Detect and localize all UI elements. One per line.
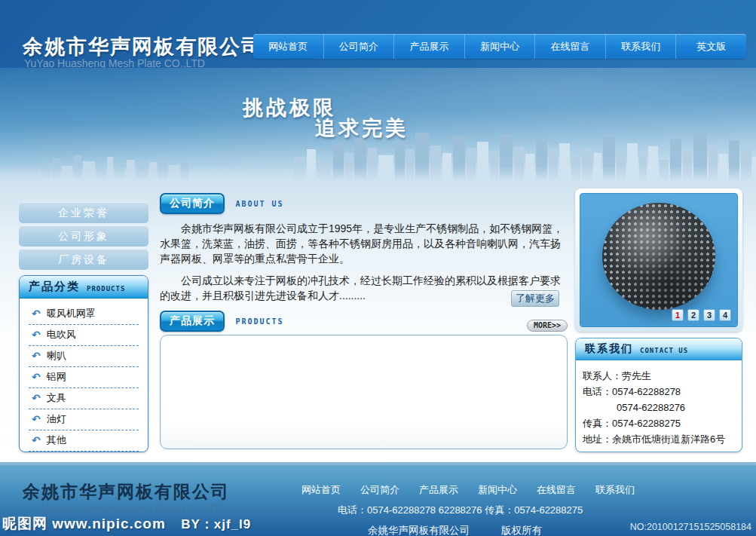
curved-arrow-icon: ↶ — [32, 329, 41, 340]
banner: 挑战极限 追求完美 — [0, 68, 756, 181]
products-section: 产品展示 PRODUCTS MORE>> — [160, 311, 569, 449]
learn-more-button[interactable]: 了解更多 — [511, 290, 559, 307]
nav-item-3[interactable]: 产品展示 — [394, 34, 465, 59]
products-more-button[interactable]: MORE>> — [527, 320, 568, 332]
gallery-page-2[interactable]: 2 — [687, 309, 699, 321]
about-paragraph-2: 公司成立以来专注于网板的冲孔技术，经过长期工作经验的累积以及根据客户要求的改进，… — [160, 273, 567, 303]
about-section-header: 公司简介 ABOUT US — [160, 193, 569, 214]
skyline-fade — [0, 166, 756, 181]
products-section-subtitle: PRODUCTS — [235, 317, 283, 326]
category-item-2[interactable]: ↶电吹风 — [29, 325, 139, 346]
sidebar-button-3[interactable]: 厂房设备 — [19, 249, 148, 270]
curved-arrow-icon: ↶ — [32, 414, 41, 424]
product-categories-subtitle: PRODUCTS — [87, 282, 125, 293]
category-label: 铝网 — [47, 370, 66, 384]
footer-company-name-en: YuYao Huasheng Mesh Plate CO.,LTD — [42, 503, 223, 515]
about-paragraph-1: 余姚市华声网板有限公司成立于1995年，是专业生产不锈钢制品，如不锈钢网篮，水果… — [160, 221, 567, 266]
page: 余姚市华声网板有限公司 YuYao Huasheng Mesh Plate CO… — [0, 0, 756, 536]
contact-line-3: 0574-62288276 — [583, 400, 737, 415]
company-name: 余姚市华声网板有限公司 — [23, 33, 263, 60]
sidebar-buttons: 企业荣誉公司形象厂房设备 — [19, 202, 148, 270]
contact-subtitle: CONTACT US — [640, 344, 688, 354]
main-nav: 网站首页公司简介产品展示新闻中心在线留言联系我们英文版 — [253, 34, 746, 59]
category-item-1[interactable]: ↶暖风机网罩 — [29, 304, 139, 325]
watermark: 昵图网 www.nipic.com BY：xjf_l9 — [2, 514, 251, 534]
curved-arrow-icon: ↶ — [32, 435, 41, 446]
gallery-page-3[interactable]: 3 — [703, 309, 715, 321]
gallery-page-4[interactable]: 4 — [719, 309, 731, 321]
contact-title: 联系我们 — [585, 342, 633, 356]
category-label: 油灯 — [47, 412, 66, 426]
about-section-subtitle: ABOUT US — [235, 200, 283, 208]
category-item-3[interactable]: ↶喇叭 — [29, 346, 139, 367]
product-categories-list: ↶暖风机网罩↶电吹风↶喇叭↶铝网↶文具↶油灯↶其他 — [20, 299, 148, 452]
footer-info: 网站首页公司简介产品展示新闻中心在线留言联系我们 电话：0574-6228827… — [301, 483, 635, 536]
contact-card: 联系我们 CONTACT US 联系人：劳先生电话：0574-622882780… — [575, 338, 742, 452]
footer-nav-item-5[interactable]: 在线留言 — [537, 483, 576, 497]
about-section: 公司简介 ABOUT US 余姚市华声网板有限公司成立于1995年，是专业生产不… — [160, 193, 569, 303]
contact-line-4: 传真：0574-62288275 — [583, 415, 737, 431]
sidebar-button-1[interactable]: 企业荣誉 — [19, 202, 148, 223]
about-section-button[interactable]: 公司简介 — [160, 193, 225, 214]
footer-nav-item-1[interactable]: 网站首页 — [301, 483, 341, 497]
nav-item-6[interactable]: 联系我们 — [606, 34, 677, 59]
slogan-line-2: 追求完美 — [315, 115, 409, 142]
header: 余姚市华声网板有限公司 YuYao Huasheng Mesh Plate CO… — [0, 0, 756, 68]
products-section-button[interactable]: 产品展示 — [160, 311, 225, 332]
category-label: 其他 — [47, 433, 66, 447]
curved-arrow-icon: ↶ — [32, 308, 41, 319]
right-column: 1234 联系我们 CONTACT US 联系人：劳先生电话：0574-6228… — [575, 188, 742, 452]
category-label: 喇叭 — [47, 349, 66, 363]
footer-copyright: 余姚华声网板有限公司版权所有 — [368, 524, 635, 536]
footer-copyright-company: 余姚华声网板有限公司 — [368, 525, 470, 536]
nav-item-2[interactable]: 公司简介 — [324, 34, 395, 59]
category-item-6[interactable]: ↶油灯 — [29, 409, 139, 430]
footer-copyright-label: 版权所有 — [501, 525, 542, 536]
category-label: 暖风机网罩 — [47, 307, 96, 320]
watermark-credit: BY：xjf_l9 — [181, 517, 251, 531]
footer-phone-line: 电话：0574-62288278 62288276 传真：0574-622882… — [338, 504, 635, 517]
nav-item-7[interactable]: 英文版 — [676, 34, 746, 59]
category-label: 电吹风 — [47, 328, 76, 342]
footer-nav-item-4[interactable]: 新闻中心 — [478, 483, 517, 497]
gallery-page-1[interactable]: 1 — [672, 309, 684, 321]
products-display-box — [160, 335, 568, 449]
nav-item-4[interactable]: 新闻中心 — [465, 34, 536, 59]
contact-line-2: 电话：0574-62288278 — [583, 384, 737, 400]
nav-item-1[interactable]: 网站首页 — [253, 34, 324, 59]
product-categories-title: 产品分类 — [29, 280, 80, 294]
category-item-4[interactable]: ↶铝网 — [29, 367, 139, 388]
watermark-site: 昵图网 www.nipic.com — [2, 516, 166, 531]
sidebar: 企业荣誉公司形象厂房设备 产品分类 PRODUCTS ↶暖风机网罩↶电吹风↶喇叭… — [19, 202, 148, 452]
product-categories-header: 产品分类 PRODUCTS — [20, 276, 148, 299]
footer-nav: 网站首页公司简介产品展示新闻中心在线留言联系我们 — [301, 483, 635, 497]
gallery-pagination: 1234 — [672, 309, 731, 321]
contact-details: 联系人：劳先生电话：0574-622882780574-62288276传真：0… — [576, 360, 742, 447]
product-gallery-viewport: 1234 — [580, 193, 738, 327]
footer-nav-item-6[interactable]: 联系我们 — [595, 483, 635, 497]
footer-nav-item-3[interactable]: 产品展示 — [419, 483, 458, 497]
speaker-mesh-product-photo — [602, 203, 715, 310]
product-gallery-card: 1234 — [575, 188, 742, 332]
curved-arrow-icon: ↶ — [32, 393, 41, 403]
contact-card-header: 联系我们 CONTACT US — [576, 338, 742, 360]
product-categories-box: 产品分类 PRODUCTS ↶暖风机网罩↶电吹风↶喇叭↶铝网↶文具↶油灯↶其他 — [19, 275, 148, 452]
footer-serial-number: NO:20100127151525058184 — [630, 522, 751, 532]
category-item-7[interactable]: ↶其他 — [29, 430, 139, 452]
curved-arrow-icon: ↶ — [32, 372, 41, 382]
category-item-5[interactable]: ↶文具 — [29, 388, 139, 409]
category-label: 文具 — [47, 391, 66, 405]
curved-arrow-icon: ↶ — [32, 351, 41, 361]
footer-company-name: 余姚市华声网板有限公司 — [23, 480, 230, 504]
products-section-header: 产品展示 PRODUCTS MORE>> — [160, 311, 569, 332]
sidebar-button-2[interactable]: 公司形象 — [19, 225, 148, 247]
contact-line-5: 地址：余姚市低塘街道新洋路6号 — [583, 431, 737, 447]
contact-line-1: 联系人：劳先生 — [583, 368, 737, 384]
footer-nav-item-2[interactable]: 公司简介 — [360, 483, 399, 497]
footer: 余姚市华声网板有限公司 YuYao Huasheng Mesh Plate CO… — [0, 462, 756, 536]
content: 企业荣誉公司形象厂房设备 产品分类 PRODUCTS ↶暖风机网罩↶电吹风↶喇叭… — [0, 181, 756, 462]
nav-item-5[interactable]: 在线留言 — [535, 34, 606, 59]
